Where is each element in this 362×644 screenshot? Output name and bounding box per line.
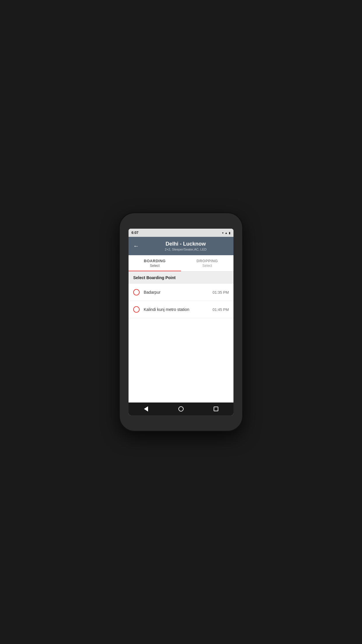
header-text: Delhi - Lucknow 2+2, Sleeper/Seater,AC, … bbox=[143, 241, 229, 251]
tab-dropping-label: DROPPING bbox=[183, 259, 231, 263]
nav-back-icon bbox=[144, 406, 148, 412]
wifi-icon: ▾ bbox=[222, 231, 224, 235]
phone-frame: 6:07 ▾ ▲ ▮ ← Delhi - Lucknow 2+2, Sleepe… bbox=[120, 213, 242, 431]
boarding-item-name-1: Kalindi kunj metro station bbox=[144, 307, 189, 312]
back-button[interactable]: ← bbox=[133, 243, 139, 249]
nav-recents-button[interactable] bbox=[211, 404, 221, 414]
nav-back-button[interactable] bbox=[141, 404, 151, 414]
status-bar: 6:07 ▾ ▲ ▮ bbox=[129, 229, 233, 237]
signal-icon: ▲ bbox=[225, 231, 228, 235]
header-subtitle: 2+2, Sleeper/Seater,AC, LED bbox=[143, 248, 229, 251]
boarding-item-time-1: 01:45 PM bbox=[212, 307, 229, 312]
boarding-item-name-0: Badarpur bbox=[144, 290, 161, 295]
nav-bar bbox=[129, 402, 233, 415]
phone-screen: 6:07 ▾ ▲ ▮ ← Delhi - Lucknow 2+2, Sleepe… bbox=[129, 229, 233, 415]
app-header: ← Delhi - Lucknow 2+2, Sleeper/Seater,AC… bbox=[129, 237, 233, 255]
nav-home-button[interactable] bbox=[176, 404, 186, 414]
section-title: Select Boarding Point bbox=[133, 275, 175, 280]
nav-recents-icon bbox=[214, 407, 218, 411]
tab-dropping[interactable]: DROPPING Select bbox=[181, 255, 233, 271]
boarding-list: Badarpur 01:35 PM Kalindi kunj metro sta… bbox=[129, 284, 233, 402]
battery-icon: ▮ bbox=[229, 231, 231, 235]
section-header: Select Boarding Point bbox=[129, 272, 233, 284]
status-time: 6:07 bbox=[131, 231, 138, 235]
tab-boarding-sub: Select bbox=[131, 264, 179, 268]
tab-boarding-label: BOARDING bbox=[131, 259, 179, 263]
radio-btn-1[interactable] bbox=[133, 306, 140, 313]
header-title: Delhi - Lucknow bbox=[143, 241, 229, 247]
status-icons: ▾ ▲ ▮ bbox=[222, 231, 231, 235]
tabs-container: BOARDING Select DROPPING Select bbox=[129, 255, 233, 272]
boarding-item-1[interactable]: Kalindi kunj metro station 01:45 PM bbox=[129, 301, 233, 318]
tab-boarding[interactable]: BOARDING Select bbox=[129, 255, 181, 271]
radio-btn-0[interactable] bbox=[133, 289, 140, 295]
nav-home-icon bbox=[178, 406, 184, 412]
boarding-item-0[interactable]: Badarpur 01:35 PM bbox=[129, 284, 233, 301]
tab-dropping-sub: Select bbox=[183, 264, 231, 268]
boarding-item-time-0: 01:35 PM bbox=[212, 290, 229, 295]
